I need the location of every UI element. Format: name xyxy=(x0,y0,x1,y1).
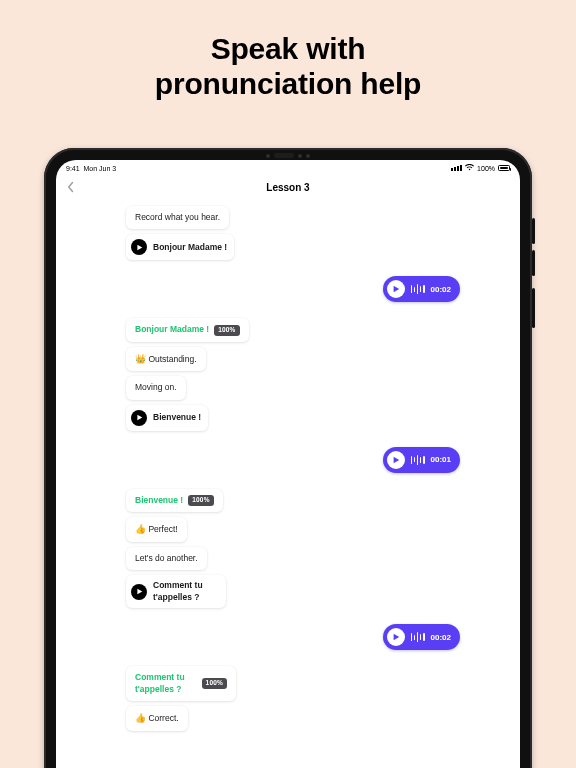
device-button xyxy=(532,250,535,276)
signal-icon xyxy=(451,165,462,171)
play-icon[interactable] xyxy=(387,451,405,469)
crown-icon: 👑 xyxy=(135,354,146,364)
status-time: 9:41 xyxy=(66,165,80,172)
score-badge: 100% xyxy=(214,325,239,336)
device-button xyxy=(532,288,535,328)
battery-icon xyxy=(498,165,510,171)
audio-prompt-text: Bienvenue ! xyxy=(153,412,201,423)
voice-recording-bubble[interactable]: 00:02 xyxy=(383,276,460,302)
instruction-bubble: Let's do another. xyxy=(126,547,207,570)
device-camera xyxy=(266,153,310,158)
waveform-icon xyxy=(411,284,425,294)
voice-recording-bubble[interactable]: 00:01 xyxy=(383,447,460,473)
headline-line2: pronunciation help xyxy=(155,67,421,100)
instruction-bubble: Moving on. xyxy=(126,376,186,399)
nav-title: Lesson 3 xyxy=(266,182,309,193)
battery-percent: 100% xyxy=(477,165,495,172)
recording-duration: 00:02 xyxy=(431,285,451,294)
play-icon[interactable] xyxy=(387,280,405,298)
play-icon[interactable] xyxy=(387,628,405,646)
status-left: 9:41 Mon Jun 3 xyxy=(66,165,116,172)
status-date: Mon Jun 3 xyxy=(84,165,117,172)
recording-duration: 00:01 xyxy=(431,455,451,464)
audio-prompt-text: Comment tu t'appelles ? xyxy=(153,580,219,603)
feedback-text: Correct. xyxy=(148,713,178,723)
thumbs-up-icon: 👍 xyxy=(135,713,146,723)
device-button xyxy=(532,218,535,244)
thumbs-up-icon: 👍 xyxy=(135,524,146,534)
device-screen: 9:41 Mon Jun 3 100% Lesson 3 Record what… xyxy=(56,160,520,768)
headline-line1: Speak with xyxy=(211,32,366,65)
feedback-bubble: 👍 Perfect! xyxy=(126,517,187,541)
voice-recording-bubble[interactable]: 00:02 xyxy=(383,624,460,650)
audio-prompt-bubble[interactable]: Comment tu t'appelles ? xyxy=(126,575,226,608)
audio-prompt-text: Bonjour Madame ! xyxy=(153,242,227,253)
play-icon[interactable] xyxy=(131,584,147,600)
play-icon[interactable] xyxy=(131,410,147,426)
result-text: Comment tu t'appelles ? xyxy=(135,672,197,695)
result-bubble: Comment tu t'appelles ? 100% xyxy=(126,666,236,701)
audio-prompt-bubble[interactable]: Bienvenue ! xyxy=(126,405,208,431)
status-right: 100% xyxy=(451,164,510,173)
headline-text: Speak with pronunciation help xyxy=(20,32,556,101)
conversation: Record what you hear. Bonjour Madame ! 0… xyxy=(56,200,520,768)
status-bar: 9:41 Mon Jun 3 100% xyxy=(56,160,520,174)
feedback-text: Perfect! xyxy=(148,524,177,534)
audio-prompt-bubble[interactable]: Bonjour Madame ! xyxy=(126,234,234,260)
result-text: Bonjour Madame ! xyxy=(135,324,209,335)
feedback-bubble: 👑 Outstanding. xyxy=(126,347,206,371)
nav-bar: Lesson 3 xyxy=(56,174,520,200)
result-text: Bienvenue ! xyxy=(135,495,183,506)
wifi-icon xyxy=(465,164,474,173)
score-badge: 100% xyxy=(202,678,227,689)
promo-headline: Speak with pronunciation help xyxy=(0,0,576,119)
feedback-text: Outstanding. xyxy=(148,354,196,364)
score-badge: 100% xyxy=(188,495,213,506)
play-icon[interactable] xyxy=(131,239,147,255)
waveform-icon xyxy=(411,455,425,465)
tablet-frame: 9:41 Mon Jun 3 100% Lesson 3 Record what… xyxy=(44,148,532,768)
waveform-icon xyxy=(411,632,425,642)
result-bubble: Bonjour Madame ! 100% xyxy=(126,318,249,341)
recording-duration: 00:02 xyxy=(431,633,451,642)
back-button[interactable] xyxy=(66,181,76,193)
instruction-bubble: Record what you hear. xyxy=(126,206,229,229)
feedback-bubble: 👍 Correct. xyxy=(126,706,188,730)
result-bubble: Bienvenue ! 100% xyxy=(126,489,223,512)
